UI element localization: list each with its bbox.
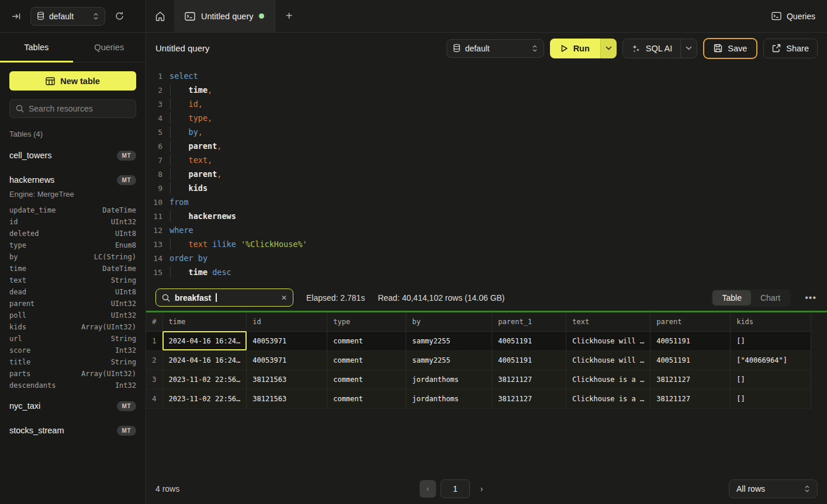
column-header-parent[interactable]: parent — [650, 312, 731, 331]
code-line[interactable]: 6 parent, — [146, 139, 827, 153]
sql-editor[interactable]: 1select2 time,3 id,4 type,5 by,6 parent,… — [146, 64, 827, 284]
cell-type[interactable]: comment — [327, 331, 406, 350]
cell-parent[interactable]: 40051191 — [650, 331, 731, 350]
code-line[interactable]: 9 kids — [146, 181, 827, 195]
cell-parent_1[interactable]: 38121127 — [492, 370, 566, 389]
column-header-rownum[interactable]: # — [146, 312, 162, 331]
cell-id[interactable]: 40053971 — [247, 350, 327, 370]
more-options-icon[interactable]: ••• — [804, 293, 818, 303]
sql-ai-options-button[interactable] — [680, 39, 697, 58]
column-header-kids[interactable]: kids — [731, 312, 811, 331]
code-text: text, — [169, 155, 212, 165]
home-tab[interactable] — [146, 0, 174, 32]
cell-parent[interactable]: 40051191 — [650, 350, 731, 370]
cell-parent_1[interactable]: 40051191 — [492, 331, 566, 350]
sidebar-search-input[interactable] — [29, 104, 130, 113]
cell-time[interactable]: 2024-04-16 16:24… — [162, 350, 247, 370]
cell-type[interactable]: comment — [327, 350, 406, 370]
code-line[interactable]: 15 time desc — [146, 265, 827, 279]
row-number[interactable]: 2 — [146, 350, 162, 370]
cell-parent[interactable]: 38121127 — [650, 370, 731, 389]
cell-parent_1[interactable]: 38121127 — [492, 389, 566, 408]
sidebar-tab-tables[interactable]: Tables — [0, 33, 73, 62]
cell-parent_1[interactable]: 40051191 — [492, 350, 566, 370]
sidebar-table-item[interactable]: stocks_streamMT — [9, 422, 136, 439]
row-number[interactable]: 4 — [146, 389, 162, 408]
cell-text[interactable]: Clickhouse will … — [566, 350, 650, 370]
cell-id[interactable]: 38121563 — [247, 370, 327, 389]
cell-kids[interactable]: [] — [731, 370, 811, 389]
code-line[interactable]: 8 parent, — [146, 167, 827, 181]
cell-kids[interactable]: [] — [731, 331, 811, 350]
next-page-button[interactable]: › — [475, 480, 489, 498]
cell-type[interactable]: comment — [327, 370, 406, 389]
code-line[interactable]: 3 id, — [146, 97, 827, 111]
code-line[interactable]: 12where — [146, 223, 827, 237]
cell-by[interactable]: jordanthoms — [406, 389, 492, 408]
new-tab-button[interactable]: + — [275, 0, 302, 32]
cell-type[interactable]: comment — [327, 389, 406, 408]
refresh-icon[interactable] — [111, 8, 127, 25]
cell-time[interactable]: 2024-04-16 16:24… — [162, 331, 247, 350]
cell-id[interactable]: 38121563 — [247, 389, 327, 408]
save-button[interactable]: Save — [703, 38, 757, 59]
page-size-selector[interactable]: All rows — [729, 479, 818, 498]
token-str: '%ClickHouse%' — [241, 239, 307, 249]
tab-untitled-query[interactable]: Untitled query — [174, 0, 275, 32]
sidebar-table-item[interactable]: nyc_taxiMT — [9, 397, 136, 415]
column-header-id[interactable]: id — [247, 312, 327, 331]
sidebar-tab-queries[interactable]: Queries — [73, 33, 146, 62]
share-button[interactable]: Share — [763, 39, 818, 58]
run-button[interactable]: Run — [550, 39, 600, 58]
code-line[interactable]: 13 text ilike '%ClickHouse%' — [146, 237, 827, 251]
cell-by[interactable]: sammy2255 — [406, 350, 492, 370]
cell-by[interactable]: sammy2255 — [406, 331, 492, 350]
column-header-parent_1[interactable]: parent_1 — [492, 312, 566, 331]
cell-by[interactable]: jordanthoms — [406, 370, 492, 389]
column-header-time[interactable]: time — [162, 312, 247, 331]
column-header-by[interactable]: by — [406, 312, 492, 331]
column-header-text[interactable]: text — [566, 312, 650, 331]
run-options-button[interactable] — [600, 39, 617, 58]
code-line[interactable]: 5 by, — [146, 125, 827, 139]
code-line[interactable]: 14order by — [146, 251, 827, 265]
query-database-selector[interactable]: default — [447, 39, 544, 58]
results-search-box[interactable]: breakfast ✕ — [155, 289, 293, 307]
code-line[interactable]: 10from — [146, 195, 827, 209]
collapse-sidebar-icon[interactable] — [8, 8, 25, 25]
column-header-type[interactable]: type — [327, 312, 406, 331]
clear-search-icon[interactable]: ✕ — [281, 294, 287, 302]
cell-text[interactable]: Clickhouse will … — [566, 331, 650, 350]
sidebar-table-item[interactable]: cell_towersMT — [9, 147, 136, 164]
cell-text[interactable]: Clickhouse is a … — [566, 389, 650, 408]
cell-id[interactable]: 40053971 — [247, 331, 327, 350]
view-toggle-chart[interactable]: Chart — [751, 290, 790, 305]
cell-parent[interactable]: 38121127 — [650, 389, 731, 408]
sidebar-table-item[interactable]: hackernewsMT — [9, 171, 136, 189]
view-toggle: Table Chart — [711, 289, 791, 307]
cell-time[interactable]: 2023-11-02 22:56… — [162, 370, 247, 389]
cell-time[interactable]: 2023-11-02 22:56… — [162, 389, 247, 408]
token-col: id — [189, 99, 198, 109]
code-text: hackernews — [169, 211, 236, 221]
code-line[interactable]: 7 text, — [146, 153, 827, 167]
line-number: 2 — [146, 86, 162, 95]
prev-page-button[interactable]: ‹ — [420, 480, 436, 498]
current-page[interactable]: 1 — [441, 479, 470, 498]
code-line[interactable]: 4 type, — [146, 111, 827, 125]
code-line[interactable]: 2 time, — [146, 83, 827, 97]
row-number[interactable]: 3 — [146, 370, 162, 389]
database-selector[interactable]: default — [30, 7, 105, 26]
sql-ai-button[interactable]: SQL AI — [623, 39, 680, 58]
column-name: id — [9, 218, 18, 226]
sidebar-search[interactable] — [9, 99, 136, 118]
view-toggle-table[interactable]: Table — [712, 290, 750, 305]
row-number[interactable]: 1 — [146, 331, 162, 350]
cell-kids[interactable]: ["40066964"] — [731, 350, 811, 370]
cell-text[interactable]: Clickhouse is a … — [566, 370, 650, 389]
new-table-button[interactable]: New table — [9, 71, 136, 91]
queries-button[interactable]: Queries — [760, 0, 827, 32]
code-line[interactable]: 1select — [146, 69, 827, 83]
code-line[interactable]: 11 hackernews — [146, 209, 827, 223]
cell-kids[interactable]: [] — [731, 389, 811, 408]
